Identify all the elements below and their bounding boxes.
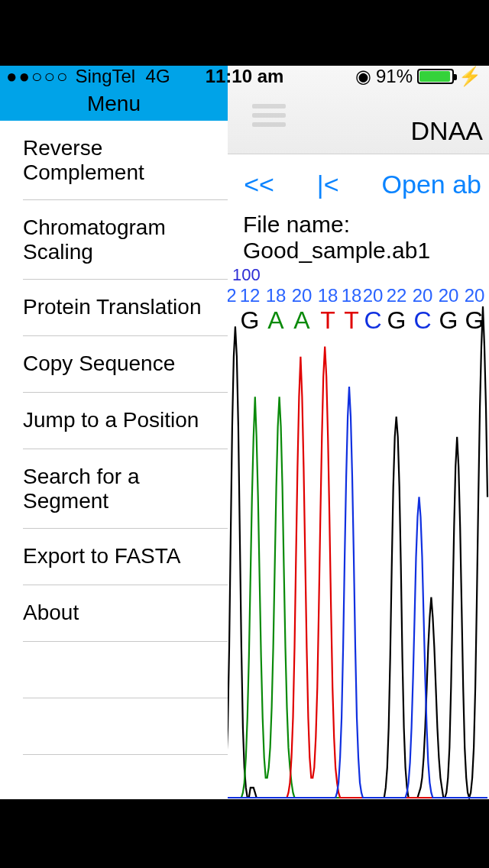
drawer-title: Menu xyxy=(87,92,141,116)
open-file-button[interactable]: Open ab xyxy=(382,170,481,199)
drawer-item-chromatogram-scaling[interactable]: Chromatogram Scaling xyxy=(0,200,228,280)
chromatogram[interactable] xyxy=(222,295,489,799)
drawer-item-jump-to-a-position[interactable]: Jump to a Position xyxy=(0,393,228,449)
drawer-empty-row xyxy=(0,755,228,799)
drawer-item-export-to-fasta[interactable]: Export to FASTA xyxy=(0,529,228,585)
app-title: DNAA xyxy=(411,116,483,146)
drawer-item-copy-sequence[interactable]: Copy Sequence xyxy=(0,336,228,393)
nav-prev-button[interactable]: << xyxy=(244,170,274,199)
drawer-item-protein-translation[interactable]: Protein Translation xyxy=(0,280,228,336)
drawer-header: Menu xyxy=(0,66,228,121)
drawer-item-about[interactable]: About xyxy=(0,585,228,642)
nav-start-button[interactable]: |< xyxy=(317,170,339,199)
drawer-empty-row xyxy=(0,642,228,698)
menu-icon[interactable] xyxy=(252,104,286,128)
trace-A xyxy=(223,397,487,798)
drawer-item-reverse-complement[interactable]: Reverse Complement xyxy=(0,121,228,200)
side-drawer: Menu Reverse ComplementChromatogram Scal… xyxy=(0,66,228,799)
drawer-empty-row xyxy=(0,698,228,755)
drawer-item-search-for-a-segment[interactable]: Search for a Segment xyxy=(0,449,228,529)
